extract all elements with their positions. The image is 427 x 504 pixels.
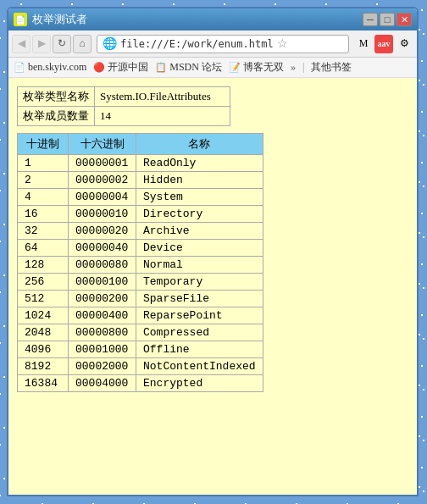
cell-hex: 00000080 (69, 257, 136, 274)
info-row-count: 枚举成员数量 14 (18, 107, 230, 126)
table-row: 1600000010Directory (18, 206, 263, 223)
bookmark-blog[interactable]: 📝 博客无双 (229, 60, 284, 75)
bookmark-separator: | (302, 61, 304, 74)
bookmark-blog-label: 博客无双 (243, 60, 284, 75)
forward-button[interactable]: ▶ (32, 35, 51, 53)
cell-hex: 00000001 (69, 155, 136, 172)
table-row: 25600000100Temporary (18, 274, 263, 291)
cell-hex: 00001000 (69, 341, 136, 358)
cell-hex: 00000002 (69, 172, 136, 189)
bookmarks-bar: 📄 ben.skyiv.com 🔴 开源中国 📋 MSDN 论坛 📝 博客无双 … (8, 58, 417, 78)
table-row: 400000004System (18, 189, 263, 206)
table-row: 51200000200SparseFile (18, 291, 263, 307)
cell-name: Offline (136, 341, 263, 358)
type-value: System.IO.FileAttributes (95, 87, 230, 107)
enum-table: 十进制 十六进制 名称 100000001ReadOnly200000002Hi… (17, 133, 263, 392)
table-row: 204800000800Compressed (18, 324, 263, 341)
back-button[interactable]: ◀ (12, 35, 30, 53)
cell-hex: 00000010 (69, 206, 136, 223)
address-icon: 🌐 (103, 36, 117, 51)
table-row: 102400000400ReparsePoint (18, 307, 263, 324)
window-title: 枚举测试者 (32, 12, 363, 27)
cell-name: SparseFile (136, 291, 263, 307)
cell-name: Compressed (136, 324, 263, 341)
count-value: 14 (95, 107, 230, 126)
minimize-button[interactable]: ─ (363, 13, 378, 26)
table-row: 12800000080Normal (18, 257, 263, 274)
content-area: 枚举类型名称 System.IO.FileAttributes 枚举成员数量 1… (8, 78, 417, 495)
extra-icon[interactable]: aav (374, 35, 393, 53)
wrench-icon[interactable]: ⚙ (395, 35, 413, 53)
info-row-type: 枚举类型名称 System.IO.FileAttributes (18, 87, 230, 107)
cell-decimal: 1024 (18, 307, 69, 324)
bookmarks-more-button[interactable]: » (291, 61, 296, 74)
table-header-row: 十进制 十六进制 名称 (18, 134, 263, 155)
browser-window: 📄 枚举测试者 ─ □ ✕ ◀ ▶ ↻ ⌂ 🌐 file:///E:/work/… (7, 7, 419, 496)
bookmark-opensource[interactable]: 🔴 开源中国 (93, 60, 148, 75)
toolbar-icons: M aav ⚙ (354, 35, 413, 53)
header-name: 名称 (136, 134, 263, 155)
cell-hex: 00000020 (69, 223, 136, 240)
table-row: 409600001000Offline (18, 341, 263, 358)
refresh-button[interactable]: ↻ (53, 35, 71, 53)
cell-name: System (136, 189, 263, 206)
bookmark-ben[interactable]: 📄 ben.skyiv.com (14, 61, 86, 74)
cell-decimal: 2048 (18, 324, 69, 341)
cell-decimal: 16 (18, 206, 69, 223)
cell-hex: 00000040 (69, 240, 136, 257)
cell-hex: 00000400 (69, 307, 136, 324)
bookmark-ben-icon: 📄 (14, 62, 25, 73)
cell-decimal: 1 (18, 155, 69, 172)
window-icon: 📄 (14, 13, 27, 26)
header-hex: 十六进制 (69, 134, 136, 155)
header-decimal: 十进制 (18, 134, 69, 155)
window-controls: ─ □ ✕ (363, 13, 412, 26)
type-label: 枚举类型名称 (18, 87, 95, 107)
cell-decimal: 128 (18, 257, 69, 274)
address-bar[interactable]: 🌐 file:///E:/work/enum.html ☆ (97, 35, 349, 53)
table-row: 819200002000NotContentIndexed (18, 358, 263, 375)
bookmark-opensource-icon: 🔴 (93, 62, 105, 73)
bookmark-other-label: 其他书签 (311, 60, 352, 75)
info-table: 枚举类型名称 System.IO.FileAttributes 枚举成员数量 1… (17, 86, 230, 126)
cell-name: NotContentIndexed (136, 358, 263, 375)
cell-decimal: 4096 (18, 341, 69, 358)
cell-name: ReadOnly (136, 155, 263, 172)
cell-decimal: 2 (18, 172, 69, 189)
bookmark-other[interactable]: 其他书签 (311, 60, 352, 75)
navbar: ◀ ▶ ↻ ⌂ 🌐 file:///E:/work/enum.html ☆ M … (8, 30, 417, 58)
bookmark-opensource-label: 开源中国 (108, 60, 148, 75)
table-row: 3200000020Archive (18, 223, 263, 240)
gmail-icon[interactable]: M (354, 35, 373, 53)
bookmark-msdn-icon: 📋 (155, 62, 167, 73)
table-row: 6400000040Device (18, 240, 263, 257)
cell-name: Directory (136, 206, 263, 223)
cell-decimal: 16384 (18, 375, 69, 392)
cell-name: Normal (136, 257, 263, 274)
bookmark-star-button[interactable]: ☆ (277, 36, 288, 51)
close-button[interactable]: ✕ (396, 13, 412, 26)
cell-hex: 00000100 (69, 274, 136, 291)
bookmark-msdn[interactable]: 📋 MSDN 论坛 (155, 60, 222, 75)
cell-name: ReparsePoint (136, 307, 263, 324)
cell-decimal: 512 (18, 291, 69, 307)
cell-decimal: 32 (18, 223, 69, 240)
table-row: 100000001ReadOnly (18, 155, 263, 172)
bookmark-msdn-label: MSDN 论坛 (169, 60, 222, 75)
bookmark-blog-icon: 📝 (229, 62, 241, 73)
cell-hex: 00000200 (69, 291, 136, 307)
cell-hex: 00000004 (69, 189, 136, 206)
cell-hex: 00004000 (69, 375, 136, 392)
maximize-button[interactable]: □ (380, 13, 395, 26)
cell-hex: 00000800 (69, 324, 136, 341)
cell-decimal: 4 (18, 189, 69, 206)
bookmark-ben-label: ben.skyiv.com (28, 61, 86, 74)
cell-name: Encrypted (136, 375, 263, 392)
cell-name: Device (136, 240, 263, 257)
cell-hex: 00002000 (69, 358, 136, 375)
home-button[interactable]: ⌂ (73, 35, 92, 53)
cell-decimal: 64 (18, 240, 69, 257)
cell-name: Archive (136, 223, 263, 240)
cell-name: Temporary (136, 274, 263, 291)
table-row: 200000002Hidden (18, 172, 263, 189)
